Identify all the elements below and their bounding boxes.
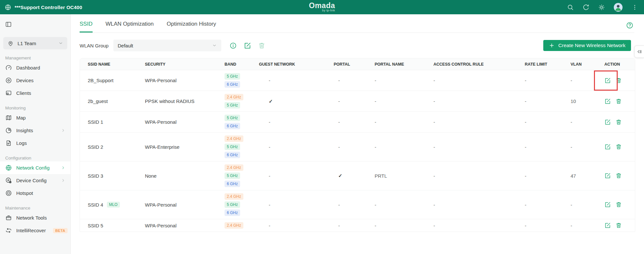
band-badge: 2.4 GHz	[225, 164, 243, 171]
avatar[interactable]	[614, 3, 623, 12]
table-row: SSID 2WPA-Enterprise2.4 GHz5 GHz6 GHz---…	[80, 133, 635, 161]
dash-value: -	[525, 173, 526, 179]
wlan-group-select[interactable]: Default	[113, 40, 221, 51]
delete-ssid-button[interactable]	[615, 201, 622, 208]
dash-value: -	[525, 223, 526, 228]
edit-wlan-group-button[interactable]	[244, 42, 251, 49]
delete-ssid-button[interactable]	[615, 144, 622, 150]
clients-icon	[5, 90, 12, 96]
sidebar-item-clients[interactable]: Clients	[0, 87, 71, 99]
band-badges: 2.4 GHz5 GHz6 GHz	[225, 164, 259, 187]
sidebar-item-map[interactable]: Map	[0, 111, 71, 124]
site-pin-icon	[7, 40, 14, 47]
band-badges: 2.4 GHz5 GHz6 GHz	[225, 135, 259, 158]
edit-ssid-button[interactable]	[604, 119, 611, 125]
cell-ssid-name: SSID 3	[80, 173, 143, 179]
kebab-menu-icon[interactable]	[631, 4, 638, 11]
right-panel-collapse-button[interactable]	[634, 45, 644, 58]
dash-value: -	[433, 202, 435, 208]
band-badge: 5 GHz	[225, 73, 240, 80]
sidebar: L1 Team ManagementDashboardDevicesClient…	[0, 14, 71, 254]
sidebar-item-insights[interactable]: Insights	[0, 124, 71, 137]
wlan-group-selected-value: Default	[118, 43, 133, 48]
edit-ssid-button[interactable]	[604, 201, 611, 208]
tab-optimization-history[interactable]: Optimization History	[167, 21, 216, 32]
refresh-icon[interactable]	[583, 4, 589, 11]
sidebar-item-dashboard[interactable]: Dashboard	[0, 61, 71, 74]
dash-value: -	[525, 202, 526, 208]
edit-ssid-button[interactable]	[604, 77, 611, 84]
intellirecover-icon	[5, 227, 12, 234]
edit-ssid-button[interactable]	[604, 98, 611, 105]
sidebar-collapse-button[interactable]	[5, 21, 12, 28]
sidebar-item-label: Map	[16, 115, 26, 121]
column-header-portal-name: PORTAL NAME	[373, 62, 433, 67]
topbar: ***Support Controller OC400 Omada by tp-…	[0, 0, 644, 14]
sidebar-item-label: Dashboard	[16, 65, 40, 70]
sidebar-section-label: Monitoring	[5, 106, 71, 110]
sidebar-item-label: Clients	[16, 90, 31, 96]
band-badges: 2.4 GHz5 GHz6 GHz	[225, 193, 259, 216]
cell-band: 2.4 GHz5 GHz6 GHz	[223, 135, 259, 158]
plus-icon	[549, 43, 555, 48]
sidebar-item-logs[interactable]: Logs	[0, 137, 71, 149]
sidebar-item-intellirecover[interactable]: IntelliRecoverBETA	[0, 224, 71, 237]
band-badge: 5 GHz	[225, 172, 240, 179]
dash-value: -	[571, 119, 572, 125]
column-header-security: SECURITY	[143, 62, 223, 67]
cell: -	[259, 202, 334, 208]
delete-ssid-button[interactable]	[615, 98, 622, 105]
network-config-icon	[5, 164, 12, 171]
sidebar-item-devices[interactable]: Devices	[0, 74, 71, 87]
cell: -	[433, 98, 522, 104]
sidebar-item-network-config[interactable]: Network Config	[0, 161, 71, 174]
cell-ssid-name: SSID 5	[80, 223, 143, 228]
cell-action	[602, 172, 635, 179]
delete-ssid-button[interactable]	[615, 119, 622, 125]
sidebar-item-label: Devices	[16, 78, 33, 83]
sidebar-section-label: Configuration	[5, 156, 71, 160]
edit-ssid-button[interactable]	[604, 222, 611, 229]
delete-ssid-button[interactable]	[615, 77, 622, 84]
cell-action	[602, 201, 635, 208]
tab-ssid[interactable]: SSID	[80, 21, 93, 32]
ssid-name: SSID 2	[88, 144, 103, 150]
tab-wlan-optimization[interactable]: WLAN Optimization	[106, 21, 154, 32]
tab-bar: SSID WLAN Optimization Optimization Hist…	[80, 14, 634, 33]
dash-value: -	[375, 78, 376, 83]
dash-value: -	[433, 119, 435, 125]
dash-value: -	[433, 144, 435, 150]
theme-sun-icon[interactable]	[598, 4, 605, 11]
help-icon[interactable]	[626, 21, 634, 29]
delete-ssid-button[interactable]	[615, 222, 622, 229]
cell: -	[334, 223, 373, 228]
search-icon[interactable]	[567, 4, 574, 11]
cell: -	[334, 78, 373, 83]
dash-value: -	[375, 202, 376, 208]
dash-value: -	[338, 144, 340, 150]
edit-ssid-button[interactable]	[604, 172, 611, 179]
chevron-down-icon	[212, 43, 217, 48]
info-icon[interactable]	[229, 42, 237, 49]
delete-wlan-group-button[interactable]	[258, 42, 265, 49]
edit-ssid-button[interactable]	[604, 144, 611, 150]
sidebar-item-network-tools[interactable]: Network Tools	[0, 211, 71, 224]
table-row: SSID 4MLOWPA-Personal2.4 GHz5 GHz6 GHz--…	[80, 190, 635, 219]
cell: -	[373, 98, 433, 104]
site-selector[interactable]: L1 Team	[3, 37, 67, 49]
sidebar-item-hotspot[interactable]: Hotspot	[0, 187, 71, 199]
cell-ssid-name: SSID 2	[80, 144, 143, 150]
cell: ✓	[259, 98, 334, 104]
sidebar-item-label: Hotspot	[16, 190, 33, 196]
create-new-wireless-network-button[interactable]: Create New Wireless Network	[543, 40, 631, 51]
cell: -	[569, 119, 602, 125]
delete-ssid-button[interactable]	[615, 172, 622, 179]
sidebar-item-device-config[interactable]: Device Config	[0, 174, 71, 187]
cell: -	[334, 144, 373, 150]
column-header-access-control-rule: ACCESS CONTROL RULE	[433, 62, 522, 67]
dashboard-icon	[5, 64, 12, 71]
dash-value: -	[269, 223, 270, 228]
dash-value: -	[375, 98, 376, 104]
checkmark: ✓	[338, 173, 342, 178]
dash-value: -	[525, 144, 526, 150]
